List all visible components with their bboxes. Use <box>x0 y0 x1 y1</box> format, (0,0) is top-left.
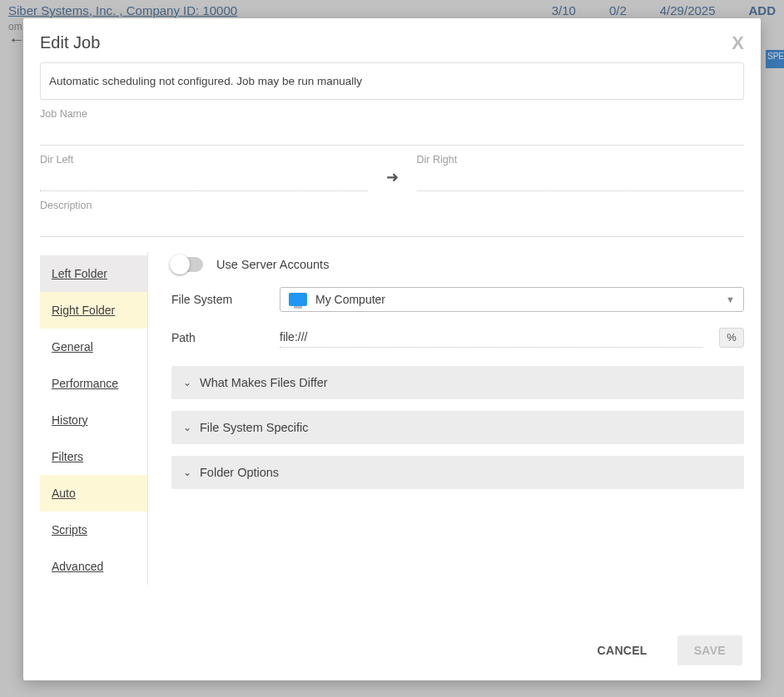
chevron-down-icon: ⌄ <box>183 422 191 433</box>
path-row: Path file:/// % <box>171 327 744 348</box>
dir-right-input[interactable] <box>417 167 745 191</box>
job-name-input[interactable] <box>40 121 744 146</box>
job-name-label: Job Name <box>40 108 744 120</box>
sidebar-item-performance[interactable]: Performance <box>40 365 147 402</box>
sidebar-item-scripts[interactable]: Scripts <box>40 512 147 548</box>
modal-footer: CANCEL SAVE <box>23 624 761 680</box>
sidebar-item-advanced[interactable]: Advanced <box>40 548 147 585</box>
accordion-title: Folder Options <box>200 466 279 479</box>
content-panel: Use Server Accounts File System My Compu… <box>171 252 744 585</box>
percent-button[interactable]: % <box>719 328 744 348</box>
dir-right-label: Dir Right <box>417 154 745 166</box>
arrow-right-icon: ➜ <box>378 168 407 191</box>
description-label: Description <box>40 200 744 211</box>
path-label: Path <box>171 331 263 344</box>
chevron-down-icon: ▼ <box>726 294 735 304</box>
accordion-folder-options[interactable]: ⌄Folder Options <box>171 456 744 489</box>
description-input[interactable] <box>40 213 744 237</box>
description-field: Description <box>40 200 744 237</box>
sidebar-item-filters[interactable]: Filters <box>40 438 147 475</box>
dir-left-label: Dir Left <box>40 154 368 166</box>
server-accounts-row: Use Server Accounts <box>171 257 744 272</box>
dir-row: Dir Left ➜ Dir Right <box>40 154 744 191</box>
modal-header: Edit Job X <box>23 18 761 59</box>
dir-left-field: Dir Left <box>40 154 368 191</box>
file-system-row: File System My Computer ▼ <box>171 287 744 312</box>
job-name-field: Job Name <box>40 108 744 146</box>
path-value[interactable]: file:/// <box>280 327 702 348</box>
info-banner: Automatic scheduling not configured. Job… <box>40 62 744 100</box>
server-accounts-label: Use Server Accounts <box>216 258 329 271</box>
dir-left-input[interactable] <box>40 167 368 191</box>
sidebar-item-left-folder[interactable]: Left Folder <box>40 255 147 292</box>
file-system-label: File System <box>171 293 263 306</box>
accordion-title: File System Specific <box>200 421 309 434</box>
modal-title: Edit Job <box>40 33 732 52</box>
cancel-button[interactable]: CANCEL <box>581 635 664 665</box>
save-button[interactable]: SAVE <box>677 635 742 665</box>
file-system-value: My Computer <box>315 293 385 306</box>
accordion-title: What Makes Files Differ <box>200 376 328 389</box>
computer-icon <box>289 293 307 306</box>
sidebar-item-right-folder[interactable]: Right Folder <box>40 292 147 329</box>
toggle-knob-icon <box>170 255 190 274</box>
sidebar-item-auto[interactable]: Auto <box>40 475 147 512</box>
dir-right-field: Dir Right <box>417 154 745 191</box>
accordion-file-system-specific[interactable]: ⌄File System Specific <box>171 411 744 444</box>
sidebar-item-general[interactable]: General <box>40 329 147 365</box>
accordion-what-makes-files-differ[interactable]: ⌄What Makes Files Differ <box>171 366 744 399</box>
modal-body: Automatic scheduling not configured. Job… <box>23 59 761 624</box>
sidebar-item-history[interactable]: History <box>40 402 147 438</box>
edit-job-modal: Edit Job X Automatic scheduling not conf… <box>23 18 761 680</box>
sidebar: Left FolderRight FolderGeneralPerformanc… <box>40 252 148 585</box>
split-layout: Left FolderRight FolderGeneralPerformanc… <box>40 252 744 585</box>
chevron-down-icon: ⌄ <box>183 377 191 388</box>
close-icon[interactable]: X <box>732 34 744 52</box>
file-system-select[interactable]: My Computer ▼ <box>280 287 744 312</box>
server-accounts-toggle[interactable] <box>171 257 203 272</box>
accordion-list: ⌄What Makes Files Differ⌄File System Spe… <box>171 366 744 489</box>
chevron-down-icon: ⌄ <box>183 467 191 478</box>
